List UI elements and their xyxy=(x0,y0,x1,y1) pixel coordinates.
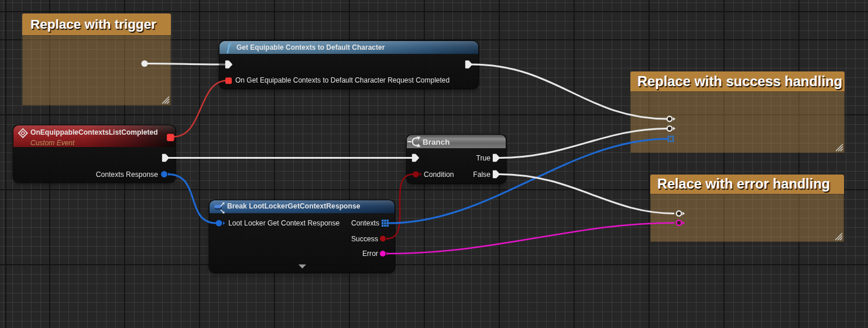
svg-text:f: f xyxy=(227,41,232,53)
